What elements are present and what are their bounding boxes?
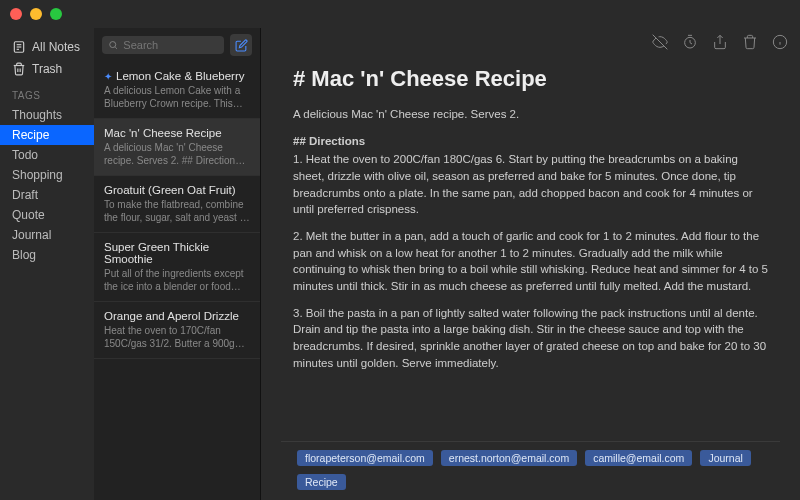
- share-icon[interactable]: [712, 34, 728, 50]
- tag-chip[interactable]: florapeterson@email.com: [297, 450, 433, 466]
- tag-item[interactable]: Journal: [0, 225, 94, 245]
- note-item-title: Super Green Thickie Smoothie: [104, 241, 250, 265]
- search-row: [94, 28, 260, 62]
- tag-item[interactable]: Shopping: [0, 165, 94, 185]
- note-item-preview: To make the flatbread, combine the flour…: [104, 198, 250, 224]
- svg-point-4: [110, 42, 116, 48]
- sidebar-all-notes[interactable]: All Notes: [0, 36, 94, 58]
- direction-step: 1. Heat the oven to 200C/fan 180C/gas 6.…: [293, 151, 768, 218]
- tag-chips-row: florapeterson@email.comernest.norton@ema…: [281, 441, 780, 500]
- svg-line-9: [690, 43, 692, 44]
- note-list-item[interactable]: Groatuit (Green Oat Fruit)To make the fl…: [94, 176, 260, 233]
- note-title: # Mac 'n' Cheese Recipe: [293, 66, 768, 92]
- sidebar: All Notes Trash TAGS ThoughtsRecipeTodoS…: [0, 28, 94, 500]
- preview-icon[interactable]: [652, 34, 668, 50]
- note-item-title: Orange and Aperol Drizzle: [104, 310, 250, 322]
- editor-content[interactable]: # Mac 'n' Cheese Recipe A delicious Mac …: [261, 56, 800, 441]
- note-list-item[interactable]: Orange and Aperol DrizzleHeat the oven t…: [94, 302, 260, 359]
- note-item-preview: A delicious Lemon Cake with a Blueberry …: [104, 84, 250, 110]
- directions-heading: ## Directions: [293, 133, 768, 150]
- tag-chip[interactable]: Recipe: [297, 474, 346, 490]
- note-item-title: Groatuit (Green Oat Fruit): [104, 184, 250, 196]
- directions-steps: 1. Heat the oven to 200C/fan 180C/gas 6.…: [293, 151, 768, 371]
- direction-step: 2. Melt the butter in a pan, add a touch…: [293, 228, 768, 295]
- search-icon: [108, 39, 118, 51]
- note-item-title: Mac 'n' Cheese Recipe: [104, 127, 250, 139]
- tag-item[interactable]: Thoughts: [0, 105, 94, 125]
- tag-chip[interactable]: camille@email.com: [585, 450, 692, 466]
- note-item-title: ✦Lemon Cake & Blueberry: [104, 70, 250, 82]
- titlebar: [0, 0, 800, 28]
- note-list-item[interactable]: Super Green Thickie SmoothiePut all of t…: [94, 233, 260, 302]
- note-list-item[interactable]: Mac 'n' Cheese RecipeA delicious Mac 'n'…: [94, 119, 260, 176]
- minimize-window-button[interactable]: [30, 8, 42, 20]
- trash-icon: [12, 62, 26, 76]
- trash-icon[interactable]: [742, 34, 758, 50]
- window-controls: [10, 8, 62, 20]
- new-note-button[interactable]: [230, 34, 252, 56]
- search-input[interactable]: [123, 39, 218, 51]
- editor-panel: # Mac 'n' Cheese Recipe A delicious Mac …: [261, 28, 800, 500]
- close-window-button[interactable]: [10, 8, 22, 20]
- app-window: All Notes Trash TAGS ThoughtsRecipeTodoS…: [0, 0, 800, 500]
- notes-list: ✦Lemon Cake & BlueberryA delicious Lemon…: [94, 62, 260, 500]
- direction-step: 3. Boil the pasta in a pan of lightly sa…: [293, 305, 768, 372]
- pin-icon: ✦: [104, 71, 112, 82]
- sidebar-trash-label: Trash: [32, 62, 62, 76]
- note-list-panel: ✦Lemon Cake & BlueberryA delicious Lemon…: [94, 28, 261, 500]
- tag-chip[interactable]: Journal: [700, 450, 750, 466]
- svg-line-5: [115, 47, 117, 49]
- maximize-window-button[interactable]: [50, 8, 62, 20]
- note-item-preview: Put all of the ingredients except the ic…: [104, 267, 250, 293]
- note-intro: A delicious Mac 'n' Cheese recipe. Serve…: [293, 106, 768, 123]
- tag-chip[interactable]: ernest.norton@email.com: [441, 450, 577, 466]
- app-body: All Notes Trash TAGS ThoughtsRecipeTodoS…: [0, 28, 800, 500]
- sidebar-all-notes-label: All Notes: [32, 40, 80, 54]
- notes-icon: [12, 40, 26, 54]
- tags-heading: TAGS: [0, 80, 94, 105]
- tag-item[interactable]: Todo: [0, 145, 94, 165]
- sidebar-trash[interactable]: Trash: [0, 58, 94, 80]
- editor-toolbar: [261, 28, 800, 56]
- timer-icon[interactable]: [682, 34, 698, 50]
- compose-icon: [235, 39, 248, 52]
- search-box[interactable]: [102, 36, 224, 54]
- info-icon[interactable]: [772, 34, 788, 50]
- note-item-preview: Heat the oven to 170C/fan 150C/gas 31/2.…: [104, 324, 250, 350]
- tag-item[interactable]: Quote: [0, 205, 94, 225]
- tag-item[interactable]: Blog: [0, 245, 94, 265]
- tags-list: ThoughtsRecipeTodoShoppingDraftQuoteJour…: [0, 105, 94, 265]
- tag-item[interactable]: Recipe: [0, 125, 94, 145]
- note-list-item[interactable]: ✦Lemon Cake & BlueberryA delicious Lemon…: [94, 62, 260, 119]
- note-item-preview: A delicious Mac 'n' Cheese recipe. Serve…: [104, 141, 250, 167]
- tag-item[interactable]: Draft: [0, 185, 94, 205]
